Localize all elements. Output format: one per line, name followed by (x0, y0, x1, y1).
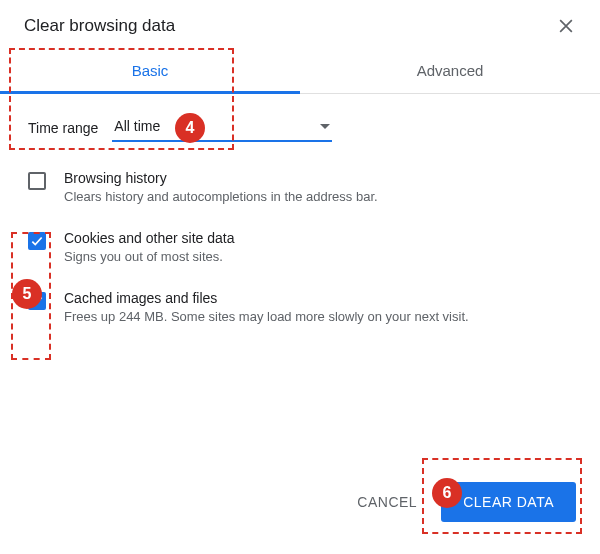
time-range-dropdown[interactable]: All time (112, 114, 332, 142)
tab-bar: Basic Advanced (0, 48, 600, 94)
option-row-cache: Cached images and files Frees up 244 MB.… (28, 290, 572, 324)
clear-data-button[interactable]: CLEAR DATA (441, 482, 576, 522)
option-title: Browsing history (64, 170, 378, 186)
option-desc: Clears history and autocompletions in th… (64, 189, 378, 204)
option-desc: Frees up 244 MB. Some sites may load mor… (64, 309, 469, 324)
option-title: Cached images and files (64, 290, 469, 306)
option-row-cookies: Cookies and other site data Signs you ou… (28, 230, 572, 264)
checkbox-cache[interactable] (28, 292, 46, 310)
checkbox-history[interactable] (28, 172, 46, 190)
time-range-row: Time range All time (28, 114, 572, 142)
close-icon[interactable] (556, 16, 576, 36)
dialog-footer: CANCEL CLEAR DATA (341, 482, 576, 522)
dialog-title: Clear browsing data (24, 16, 175, 36)
tab-basic[interactable]: Basic (0, 48, 300, 93)
option-desc: Signs you out of most sites. (64, 249, 234, 264)
checkbox-cookies[interactable] (28, 232, 46, 250)
tab-advanced[interactable]: Advanced (300, 48, 600, 93)
chevron-down-icon (320, 124, 330, 129)
clear-browsing-data-dialog: Clear browsing data Basic Advanced Time … (0, 0, 600, 324)
time-range-value: All time (114, 118, 160, 134)
option-title: Cookies and other site data (64, 230, 234, 246)
time-range-label: Time range (28, 120, 98, 136)
cancel-button[interactable]: CANCEL (341, 484, 433, 520)
option-row-history: Browsing history Clears history and auto… (28, 170, 572, 204)
